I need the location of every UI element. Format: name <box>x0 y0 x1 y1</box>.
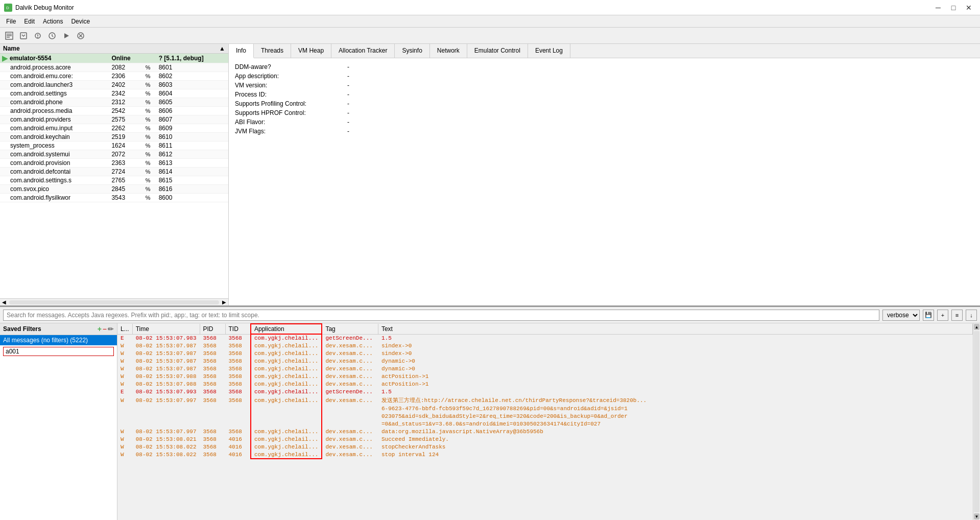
log-filter-toolbar: verbose debug info warn error 💾 + ≡ ↓ <box>0 307 980 323</box>
table-row[interactable]: com.android.defcontai2724%8614 <box>0 168 228 176</box>
close-button[interactable]: ✕ <box>962 2 976 13</box>
log-row[interactable]: W 08-02 15:53:07.997 3568 3568 com.ygkj.… <box>117 428 973 436</box>
tab-info[interactable]: Info <box>229 44 254 58</box>
table-row[interactable]: com.svox.pico2845%8616 <box>0 185 228 194</box>
tool-btn-4[interactable] <box>46 30 58 42</box>
table-row[interactable]: com.android.settings2342%8604 <box>0 89 228 98</box>
tab-emulator[interactable]: Emulator Control <box>467 44 528 58</box>
minimize-button[interactable]: ─ <box>931 2 945 13</box>
table-row[interactable]: com.android.provision2363%8613 <box>0 159 228 168</box>
log-tid: 3568 <box>225 381 251 388</box>
log-text: actPosition->1 <box>378 373 972 381</box>
log-level: W <box>117 436 132 443</box>
log-level <box>117 420 132 428</box>
table-row[interactable]: com.android.settings.s2765%8615 <box>0 176 228 185</box>
log-pid: 3568 <box>200 436 225 443</box>
table-row[interactable]: com.android.keychain2519%8610 <box>0 133 228 141</box>
tool-btn-6[interactable] <box>75 30 87 42</box>
info-row-pid: Process ID: - <box>235 90 974 99</box>
table-row[interactable]: com.android.emu.core:2306%8602 <box>0 72 228 81</box>
log-text: Succeed Immediately. <box>378 436 972 443</box>
menu-edit[interactable]: Edit <box>20 17 39 26</box>
info-row-ddm: DDM-aware? - <box>235 62 974 72</box>
table-row[interactable]: com.android.phone2312%8605 <box>0 98 228 107</box>
right-arrow[interactable]: ▶ <box>220 299 228 305</box>
log-time: 08-02 15:53:07.987 <box>132 350 200 358</box>
filter-name-input[interactable] <box>3 347 114 356</box>
tool-btn-5[interactable] <box>60 30 73 42</box>
log-row[interactable]: W 08-02 15:53:07.987 3568 3568 com.ygkj.… <box>117 342 973 350</box>
scroll-thumb[interactable] <box>974 331 979 512</box>
edit-filter-btn[interactable]: ✏ <box>108 325 114 333</box>
log-vscroll[interactable]: ▲ ▼ <box>973 323 980 520</box>
maximize-button[interactable]: □ <box>946 2 961 13</box>
log-tag: dev.xesam.c... <box>322 443 378 451</box>
col-header-tid: TID <box>225 324 251 334</box>
log-row[interactable]: W 08-02 15:53:07.987 3568 3568 com.ygkj.… <box>117 365 973 373</box>
log-row[interactable]: W 08-02 15:53:08.022 3568 4016 com.ygkj.… <box>117 451 973 459</box>
log-row[interactable]: W 08-02 15:53:07.988 3568 3568 com.ygkj.… <box>117 381 973 388</box>
log-row[interactable]: W 08-02 15:53:07.987 3568 3568 com.ygkj.… <box>117 358 973 365</box>
log-row[interactable]: W 08-02 15:53:08.022 3568 4016 com.ygkj.… <box>117 443 973 451</box>
device-list[interactable]: ▶ emulator-5554 Online ? [5.1.1, debug] … <box>0 54 228 298</box>
log-row[interactable]: W 08-02 15:53:08.021 3568 4016 com.ygkj.… <box>117 436 973 443</box>
log-pid: 3568 <box>200 334 225 342</box>
title-bar: D Dalvik Debug Monitor ─ □ ✕ <box>0 0 980 15</box>
col-header-pid: PID <box>200 324 225 334</box>
table-row[interactable]: com.android.flysilkwor3543%8600 <box>0 194 228 202</box>
saved-filters-panel: Saved Filters + − ✏ All messages (no fil… <box>0 323 117 520</box>
log-text: sindex->0 <box>378 342 972 350</box>
log-row[interactable]: W 08-02 15:53:07.988 3568 3568 com.ygkj.… <box>117 373 973 381</box>
log-table-container[interactable]: L... Time PID TID Application Tag Text E… <box>117 323 973 520</box>
hscroll-bar[interactable]: ◀ ▶ <box>0 298 228 305</box>
left-arrow[interactable]: ◀ <box>0 299 8 305</box>
scroll-down[interactable]: ▼ <box>974 513 979 519</box>
log-text: =0&ad_status=1&v=3.68.0&s=android&imei=0… <box>378 420 972 428</box>
table-row[interactable]: com.android.systemui2072%8612 <box>0 150 228 159</box>
log-row[interactable]: W 08-02 15:53:07.997 3568 3568 com.ygkj.… <box>117 396 973 405</box>
menu-actions[interactable]: Actions <box>39 17 67 26</box>
scroll-up[interactable]: ▲ <box>974 324 979 330</box>
log-tag <box>322 405 378 413</box>
device-row-emulator[interactable]: ▶ emulator-5554 Online ? [5.1.1, debug] <box>0 54 228 63</box>
log-text: actPosition->1 <box>378 381 972 388</box>
filter-item-all[interactable]: All messages (no filters) (5222) <box>0 335 117 345</box>
menu-device[interactable]: Device <box>67 17 94 26</box>
remove-filter-btn[interactable]: − <box>103 325 107 333</box>
table-row[interactable]: com.android.providers2575%8607 <box>0 115 228 124</box>
log-save-btn[interactable]: 💾 <box>923 310 934 321</box>
log-time: 08-02 15:53:07.997 <box>132 396 200 405</box>
tab-vmheap[interactable]: VM Heap <box>291 44 331 58</box>
tab-sysinfo[interactable]: Sysinfo <box>395 44 429 58</box>
log-row[interactable]: E 08-02 15:53:07.983 3568 3568 com.ygkj.… <box>117 334 973 342</box>
log-scroll-btn[interactable]: ↓ <box>966 310 977 321</box>
tool-btn-3[interactable] <box>32 30 44 42</box>
table-row[interactable]: android.process.acore2082%8601 <box>0 63 228 72</box>
log-level: W <box>117 350 132 358</box>
add-filter-btn[interactable]: + <box>98 325 102 333</box>
tab-eventlog[interactable]: Event Log <box>528 44 570 58</box>
tab-threads[interactable]: Threads <box>254 44 291 58</box>
log-row[interactable]: E 08-02 15:53:07.993 3568 3568 com.ygkj.… <box>117 388 973 396</box>
tab-network[interactable]: Network <box>430 44 467 58</box>
log-app: com.ygkj.chelail... <box>251 350 322 358</box>
hscroll-thumb[interactable] <box>9 300 219 304</box>
log-level-select[interactable]: verbose debug info warn error <box>882 310 920 321</box>
log-search-input[interactable] <box>3 310 879 321</box>
log-row[interactable]: W 08-02 15:53:07.987 3568 3568 com.ygkj.… <box>117 350 973 358</box>
log-add-btn[interactable]: + <box>937 310 948 321</box>
table-row[interactable]: android.process.media2542%8606 <box>0 107 228 115</box>
table-row[interactable]: system_process1624%8611 <box>0 141 228 150</box>
menu-file[interactable]: File <box>2 17 20 26</box>
svg-marker-11 <box>64 33 69 38</box>
log-text: 023075&aid=sdk_baidu&adStyle=2&req_time=… <box>378 413 972 420</box>
table-row[interactable]: com.android.emu.input2262%8609 <box>0 124 228 133</box>
tool-btn-1[interactable] <box>3 30 15 42</box>
tab-allocation[interactable]: Allocation Tracker <box>331 44 395 58</box>
log-col-btn[interactable]: ≡ <box>951 310 963 321</box>
table-row[interactable]: com.android.launcher32402%8603 <box>0 81 228 89</box>
log-app <box>251 405 322 413</box>
log-tag: dev.xesam.c... <box>322 436 378 443</box>
tool-btn-2[interactable] <box>17 30 30 42</box>
log-tid: 3568 <box>225 350 251 358</box>
